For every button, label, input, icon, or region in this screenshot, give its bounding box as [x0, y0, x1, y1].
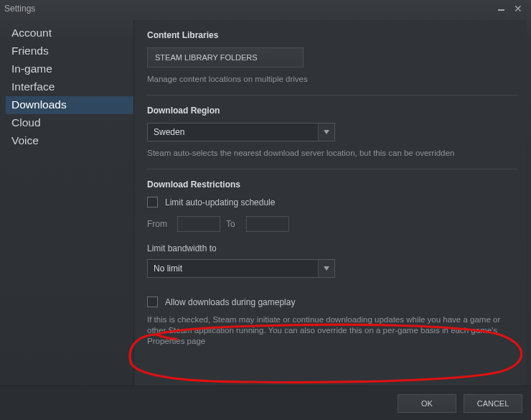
sidebar-item-interface[interactable]: Interface [6, 78, 133, 96]
main-panel: Content Libraries STEAM LIBRARY FOLDERS … [133, 20, 527, 386]
divider [147, 95, 517, 95]
limit-schedule-row: Limit auto-updating schedule [147, 197, 517, 207]
sidebar-item-cloud[interactable]: Cloud [6, 114, 133, 132]
allow-gameplay-row: Allow downloads during gameplay [147, 297, 517, 307]
titlebar: Settings ✕ [0, 0, 531, 17]
from-input[interactable] [177, 216, 220, 232]
download-region-value: Sweden [148, 123, 319, 141]
bandwidth-value: No limit [148, 260, 319, 277]
ok-button[interactable]: OK [398, 394, 456, 413]
content-libraries-title: Content Libraries [147, 30, 517, 40]
download-region-hint: Steam auto-selects the nearest download … [147, 149, 517, 157]
allow-gameplay-description: If this is checked, Steam may initiate o… [147, 314, 506, 347]
to-label: To [226, 219, 240, 229]
sidebar-item-voice[interactable]: Voice [6, 132, 133, 150]
minimize-button[interactable] [492, 8, 509, 9]
dialog-footer: OK CANCEL [0, 386, 531, 420]
download-restrictions-title: Download Restrictions [147, 179, 517, 190]
chevron-down-icon [319, 123, 334, 141]
cancel-button[interactable]: CANCEL [464, 394, 522, 413]
steam-library-folders-button[interactable]: STEAM LIBRARY FOLDERS [147, 47, 304, 67]
sidebar-item-friends[interactable]: Friends [6, 42, 133, 60]
sidebar-item-account[interactable]: Account [6, 24, 133, 42]
limit-schedule-label: Limit auto-updating schedule [165, 197, 275, 207]
from-label: From [147, 219, 171, 229]
sidebar-item-downloads[interactable]: Downloads [6, 96, 133, 114]
content-libraries-hint: Manage content locations on multiple dri… [147, 75, 517, 83]
sidebar: Account Friends In-game Interface Downlo… [6, 20, 133, 386]
allow-gameplay-label: Allow downloads during gameplay [165, 297, 295, 307]
download-region-select[interactable]: Sweden [147, 123, 335, 141]
schedule-time-row: From To [147, 216, 517, 232]
dialog-body: Account Friends In-game Interface Downlo… [0, 17, 531, 386]
window-title: Settings [4, 4, 35, 14]
chevron-down-icon [319, 260, 334, 277]
bandwidth-select[interactable]: No limit [147, 259, 335, 278]
to-input[interactable] [246, 216, 289, 232]
divider [147, 169, 517, 169]
settings-window: Settings ✕ Account Friends In-game Inter… [0, 0, 531, 420]
allow-gameplay-checkbox[interactable] [147, 297, 158, 307]
close-button[interactable]: ✕ [509, 4, 527, 14]
download-region-title: Download Region [147, 106, 517, 116]
bandwidth-label: Limit bandwidth to [147, 243, 517, 253]
sidebar-item-in-game[interactable]: In-game [6, 60, 133, 78]
limit-schedule-checkbox[interactable] [147, 197, 158, 207]
